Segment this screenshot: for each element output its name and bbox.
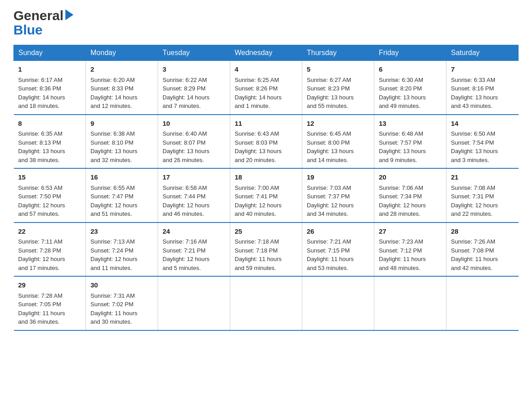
day-info: Sunrise: 6:17 AM Sunset: 8:36 PM Dayligh… (18, 76, 82, 111)
header-day-monday: Monday (86, 45, 158, 61)
logo: General Blue (13, 9, 73, 38)
day-info: Sunrise: 6:48 AM Sunset: 7:57 PM Dayligh… (379, 129, 442, 164)
day-cell: 17Sunrise: 6:58 AM Sunset: 7:44 PM Dayli… (158, 168, 230, 223)
day-cell: 22Sunrise: 7:11 AM Sunset: 7:28 PM Dayli… (14, 223, 86, 277)
day-info: Sunrise: 6:22 AM Sunset: 8:29 PM Dayligh… (163, 76, 225, 111)
day-cell: 7Sunrise: 6:33 AM Sunset: 8:16 PM Daylig… (446, 61, 519, 115)
day-info: Sunrise: 7:18 AM Sunset: 7:18 PM Dayligh… (235, 237, 297, 272)
day-number: 25 (235, 227, 297, 237)
logo-blue: Blue (13, 22, 43, 38)
week-row-5: 29Sunrise: 7:28 AM Sunset: 7:05 PM Dayli… (14, 276, 519, 330)
day-number: 24 (163, 227, 225, 237)
day-number: 26 (307, 227, 369, 237)
header-day-sunday: Sunday (14, 45, 86, 61)
day-cell (374, 276, 446, 330)
day-info: Sunrise: 6:40 AM Sunset: 8:07 PM Dayligh… (163, 129, 225, 164)
day-cell: 28Sunrise: 7:26 AM Sunset: 7:08 PM Dayli… (446, 223, 519, 277)
day-info: Sunrise: 6:33 AM Sunset: 8:16 PM Dayligh… (451, 76, 514, 111)
day-number: 14 (451, 119, 514, 129)
day-number: 16 (90, 172, 153, 183)
day-cell: 25Sunrise: 7:18 AM Sunset: 7:18 PM Dayli… (230, 223, 302, 277)
day-cell: 3Sunrise: 6:22 AM Sunset: 8:29 PM Daylig… (158, 61, 230, 115)
day-number: 6 (379, 64, 442, 75)
day-cell (302, 276, 374, 330)
day-number: 30 (90, 280, 153, 291)
day-cell: 30Sunrise: 7:31 AM Sunset: 7:02 PM Dayli… (86, 276, 158, 330)
week-row-3: 15Sunrise: 6:53 AM Sunset: 7:50 PM Dayli… (14, 168, 519, 223)
day-number: 29 (18, 280, 82, 291)
day-info: Sunrise: 7:26 AM Sunset: 7:08 PM Dayligh… (451, 237, 514, 272)
day-number: 21 (451, 172, 514, 183)
day-number: 22 (18, 227, 82, 237)
day-info: Sunrise: 7:11 AM Sunset: 7:28 PM Dayligh… (18, 237, 82, 272)
week-row-2: 8Sunrise: 6:35 AM Sunset: 8:13 PM Daylig… (14, 115, 519, 169)
header-day-wednesday: Wednesday (230, 45, 302, 61)
day-number: 17 (163, 172, 225, 183)
day-info: Sunrise: 6:53 AM Sunset: 7:50 PM Dayligh… (18, 184, 82, 218)
day-number: 7 (451, 64, 514, 75)
day-number: 20 (379, 172, 442, 183)
day-info: Sunrise: 6:30 AM Sunset: 8:20 PM Dayligh… (379, 76, 442, 111)
day-number: 12 (307, 119, 369, 129)
day-number: 13 (379, 119, 442, 129)
day-info: Sunrise: 7:23 AM Sunset: 7:12 PM Dayligh… (379, 237, 442, 272)
day-info: Sunrise: 7:21 AM Sunset: 7:15 PM Dayligh… (307, 237, 369, 272)
header-day-tuesday: Tuesday (158, 45, 230, 61)
calendar-body: 1Sunrise: 6:17 AM Sunset: 8:36 PM Daylig… (14, 61, 519, 330)
day-number: 19 (307, 172, 369, 183)
day-cell: 20Sunrise: 7:06 AM Sunset: 7:34 PM Dayli… (374, 168, 446, 223)
day-number: 10 (163, 119, 225, 129)
day-number: 15 (18, 172, 82, 183)
day-cell: 12Sunrise: 6:45 AM Sunset: 8:00 PM Dayli… (302, 115, 374, 169)
logo-arrow-icon (65, 9, 73, 20)
day-info: Sunrise: 7:13 AM Sunset: 7:24 PM Dayligh… (90, 237, 153, 272)
day-cell: 15Sunrise: 6:53 AM Sunset: 7:50 PM Dayli… (14, 168, 86, 223)
day-info: Sunrise: 6:35 AM Sunset: 8:13 PM Dayligh… (18, 129, 82, 164)
day-number: 28 (451, 227, 514, 237)
day-cell: 9Sunrise: 6:38 AM Sunset: 8:10 PM Daylig… (86, 115, 158, 169)
day-info: Sunrise: 6:38 AM Sunset: 8:10 PM Dayligh… (90, 129, 153, 164)
day-info: Sunrise: 6:58 AM Sunset: 7:44 PM Dayligh… (163, 184, 225, 218)
day-info: Sunrise: 6:50 AM Sunset: 7:54 PM Dayligh… (451, 129, 514, 164)
day-number: 18 (235, 172, 297, 183)
day-cell: 18Sunrise: 7:00 AM Sunset: 7:41 PM Dayli… (230, 168, 302, 223)
day-cell: 2Sunrise: 6:20 AM Sunset: 8:33 PM Daylig… (86, 61, 158, 115)
day-info: Sunrise: 7:08 AM Sunset: 7:31 PM Dayligh… (451, 184, 514, 218)
day-cell: 29Sunrise: 7:28 AM Sunset: 7:05 PM Dayli… (14, 276, 86, 330)
day-info: Sunrise: 7:28 AM Sunset: 7:05 PM Dayligh… (18, 291, 82, 326)
header-day-friday: Friday (374, 45, 446, 61)
week-row-4: 22Sunrise: 7:11 AM Sunset: 7:28 PM Dayli… (14, 223, 519, 277)
day-number: 4 (235, 64, 297, 75)
day-cell: 1Sunrise: 6:17 AM Sunset: 8:36 PM Daylig… (14, 61, 86, 115)
day-info: Sunrise: 6:43 AM Sunset: 8:03 PM Dayligh… (235, 129, 297, 164)
day-info: Sunrise: 6:25 AM Sunset: 8:26 PM Dayligh… (235, 76, 297, 111)
day-cell: 8Sunrise: 6:35 AM Sunset: 8:13 PM Daylig… (14, 115, 86, 169)
day-number: 11 (235, 119, 297, 129)
day-cell: 19Sunrise: 7:03 AM Sunset: 7:37 PM Dayli… (302, 168, 374, 223)
day-info: Sunrise: 7:06 AM Sunset: 7:34 PM Dayligh… (379, 184, 442, 218)
day-number: 5 (307, 64, 369, 75)
logo-general: General (13, 9, 64, 22)
calendar-header: SundayMondayTuesdayWednesdayThursdayFrid… (14, 45, 519, 61)
day-number: 9 (90, 119, 153, 129)
day-cell (158, 276, 230, 330)
day-info: Sunrise: 6:27 AM Sunset: 8:23 PM Dayligh… (307, 76, 369, 111)
day-info: Sunrise: 6:55 AM Sunset: 7:47 PM Dayligh… (90, 184, 153, 218)
day-cell: 23Sunrise: 7:13 AM Sunset: 7:24 PM Dayli… (86, 223, 158, 277)
day-number: 1 (18, 64, 82, 75)
day-cell: 11Sunrise: 6:43 AM Sunset: 8:03 PM Dayli… (230, 115, 302, 169)
day-cell: 10Sunrise: 6:40 AM Sunset: 8:07 PM Dayli… (158, 115, 230, 169)
day-info: Sunrise: 7:03 AM Sunset: 7:37 PM Dayligh… (307, 184, 369, 218)
day-cell: 14Sunrise: 6:50 AM Sunset: 7:54 PM Dayli… (446, 115, 519, 169)
day-cell: 5Sunrise: 6:27 AM Sunset: 8:23 PM Daylig… (302, 61, 374, 115)
day-cell (446, 276, 519, 330)
day-number: 3 (163, 64, 225, 75)
day-number: 2 (90, 64, 153, 75)
day-cell: 24Sunrise: 7:16 AM Sunset: 7:21 PM Dayli… (158, 223, 230, 277)
day-number: 27 (379, 227, 442, 237)
day-number: 23 (90, 227, 153, 237)
day-cell: 26Sunrise: 7:21 AM Sunset: 7:15 PM Dayli… (302, 223, 374, 277)
day-info: Sunrise: 7:31 AM Sunset: 7:02 PM Dayligh… (90, 291, 153, 326)
week-row-1: 1Sunrise: 6:17 AM Sunset: 8:36 PM Daylig… (14, 61, 519, 115)
day-cell: 16Sunrise: 6:55 AM Sunset: 7:47 PM Dayli… (86, 168, 158, 223)
